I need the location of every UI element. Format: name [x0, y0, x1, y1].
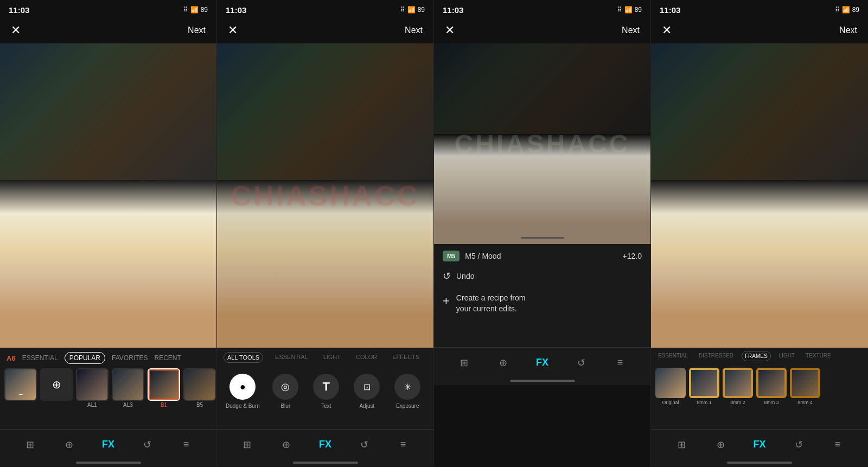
frame-item-8mm2-4[interactable]: 8mm 2: [723, 368, 753, 405]
frame-item-8mm3-4[interactable]: 8mm 3: [756, 368, 787, 405]
filter-item-minus-1[interactable]: −: [4, 368, 37, 408]
next-button-3[interactable]: Next: [622, 25, 640, 35]
tool-blur-2[interactable]: ◎ Blur: [271, 374, 301, 409]
filter-thumb-b5-1: [183, 368, 216, 401]
filter-tab-popular-1[interactable]: POPULAR: [65, 352, 105, 364]
header-bar-3: ✕ Next: [434, 17, 650, 43]
tool-exposure-2[interactable]: ✳ Exposure: [393, 374, 423, 409]
filter-tab-recent-1[interactable]: RECENT: [154, 352, 181, 364]
frames-strip-4: Original 8mm 1 8mm 2 8mm 3: [651, 364, 868, 408]
frame-thumb-inner-8mm1-4: [689, 368, 719, 398]
next-button-2[interactable]: Next: [405, 25, 423, 35]
tool-label-text-2: Text: [321, 403, 331, 409]
frame-thumb-8mm4-4: [790, 368, 820, 398]
undo-icon-3[interactable]: ↺: [443, 270, 451, 282]
undo-row-3: ↺ Undo: [443, 270, 642, 282]
next-button-1[interactable]: Next: [188, 25, 206, 35]
frame-thumb-inner-8mm4-4: [790, 368, 820, 398]
tools-tab-light-2[interactable]: LIGHT: [320, 352, 344, 363]
filter-name-al1-1: AL1: [87, 402, 97, 408]
filter-tab-favorites-1[interactable]: FAVORITES: [112, 352, 148, 364]
header-bar-1: ✕ Next: [0, 17, 216, 43]
filter-name-b1-1: B1: [161, 402, 167, 408]
frame-item-8mm4-4[interactable]: 8mm 4: [790, 368, 820, 405]
filter-item-adjust-1[interactable]: ⊕: [40, 368, 73, 408]
tool-text-2[interactable]: T Text: [311, 374, 341, 409]
nav-adjust-icon-1[interactable]: ⊕: [60, 435, 79, 455]
home-indicator-2: [293, 462, 358, 464]
filter-thumb-minus-1: −: [4, 368, 37, 401]
frame-thumb-inner-8mm2-4: [723, 368, 753, 398]
panel-4: 11:03 ⠿ 📶 89 ✕ Next ESSENTIAL DISTRESSED…: [651, 0, 868, 467]
frame-item-original-4[interactable]: Original: [655, 368, 686, 405]
filter-item-al3-1[interactable]: AL3: [112, 368, 144, 408]
dodge-burn-icon-2: ●: [229, 374, 256, 400]
frame-item-8mm1-4[interactable]: 8mm 1: [689, 368, 719, 405]
tools-tab-essential-2[interactable]: ESSENTIAL: [272, 352, 311, 363]
nav-undo-icon-3[interactable]: ↺: [571, 353, 591, 373]
close-button-2[interactable]: ✕: [228, 23, 238, 37]
close-button-4[interactable]: ✕: [662, 23, 672, 37]
nav-adjust-icon-3[interactable]: ⊕: [494, 353, 513, 373]
frame-thumb-8mm3-4: [756, 368, 787, 398]
nav-menu-icon-1[interactable]: ≡: [176, 435, 196, 455]
close-button-3[interactable]: ✕: [445, 23, 455, 37]
frames-tab-distressed-4[interactable]: DISTRESSED: [696, 351, 736, 361]
frames-tab-essential-4[interactable]: ESSENTIAL: [655, 351, 691, 361]
create-recipe-text-3[interactable]: Create a recipe fromyour current edits.: [456, 293, 526, 314]
nav-gallery-icon-3[interactable]: ⊞: [455, 353, 474, 373]
filter-item-al1-1[interactable]: AL1: [76, 368, 108, 408]
tool-adjust-2[interactable]: ⊡ Adjust: [352, 374, 382, 409]
nav-undo-icon-1[interactable]: ↺: [137, 435, 157, 455]
nav-fx-icon-3[interactable]: FX: [532, 353, 552, 373]
bottom-area-3: M5 M5 / Mood +12.0 ↺ Undo + Create a rec…: [434, 244, 650, 385]
nav-undo-icon-4[interactable]: ↺: [789, 435, 808, 455]
tools-tab-color-2[interactable]: COLOR: [353, 352, 380, 363]
tools-tab-effects-2[interactable]: EFFECTS: [389, 352, 423, 363]
status-bar-1: 11:03 ⠿ 📶 89: [0, 0, 216, 17]
blur-icon-2: ◎: [272, 374, 298, 400]
nav-gallery-icon-1[interactable]: ⊞: [21, 435, 40, 455]
tool-label-exposure-2: Exposure: [396, 403, 419, 409]
plus-icon-3[interactable]: +: [443, 294, 450, 308]
tools-grid-2: ● Dodge & Burn ◎ Blur T Text ⊡ Adjust ✳ …: [217, 367, 433, 415]
status-icons-4: ⠿ 📶 89: [835, 6, 859, 14]
nav-menu-icon-4[interactable]: ≡: [828, 435, 847, 455]
frames-tab-texture-4[interactable]: TEXTURE: [803, 351, 834, 361]
nav-gallery-icon-2[interactable]: ⊞: [238, 435, 257, 455]
home-indicator-4: [727, 462, 792, 464]
status-time-1: 11:03: [9, 5, 29, 15]
undo-text-3[interactable]: Undo: [456, 272, 474, 280]
header-bar-2: ✕ Next: [217, 17, 433, 43]
nav-fx-icon-4[interactable]: FX: [750, 435, 769, 455]
tools-tab-alltools-2[interactable]: ALL TOOLS: [224, 352, 263, 363]
nav-fx-icon-1[interactable]: FX: [98, 435, 118, 455]
next-button-4[interactable]: Next: [839, 25, 857, 35]
nav-undo-icon-2[interactable]: ↺: [354, 435, 374, 455]
filter-thumb-inner-al3-1: [113, 369, 143, 400]
nav-menu-icon-3[interactable]: ≡: [610, 353, 630, 373]
panel-3: 11:03 ⠿ 📶 89 ✕ Next CHIASHACC M5 M5 / Mo…: [434, 0, 651, 467]
nav-gallery-icon-4[interactable]: ⊞: [672, 435, 691, 455]
tool-dodge-burn-2[interactable]: ● Dodge & Burn: [226, 374, 260, 409]
frames-tab-light-4[interactable]: LIGHT: [776, 351, 797, 361]
battery-icon-3: 89: [635, 6, 642, 14]
filter-thumb-al3-1: [112, 368, 144, 401]
nav-adjust-icon-2[interactable]: ⊕: [277, 435, 296, 455]
battery-icon-2: 89: [418, 6, 425, 14]
exposure-icon-2: ✳: [394, 374, 420, 400]
nav-menu-icon-2[interactable]: ≡: [393, 435, 413, 455]
filter-tab-essential-1[interactable]: ESSENTIAL: [22, 352, 58, 364]
bottom-nav-4: ⊞ ⊕ FX ↺ ≡: [651, 429, 868, 459]
nav-fx-icon-2[interactable]: FX: [315, 435, 335, 455]
signal-icon-3: ⠿: [617, 6, 622, 14]
frame-label-8mm4-4: 8mm 4: [797, 400, 813, 405]
frame-thumb-inner-8mm3-4: [756, 368, 787, 398]
close-button-1[interactable]: ✕: [11, 23, 21, 37]
food-photo-4: [651, 43, 868, 348]
nav-adjust-icon-4[interactable]: ⊕: [711, 435, 730, 455]
frames-tab-frames-4[interactable]: FRAMES: [742, 351, 771, 361]
wifi-icon-2: 📶: [407, 6, 416, 14]
filter-item-b5-1[interactable]: B5: [183, 368, 216, 408]
filter-item-b1-1[interactable]: B1: [148, 368, 180, 408]
